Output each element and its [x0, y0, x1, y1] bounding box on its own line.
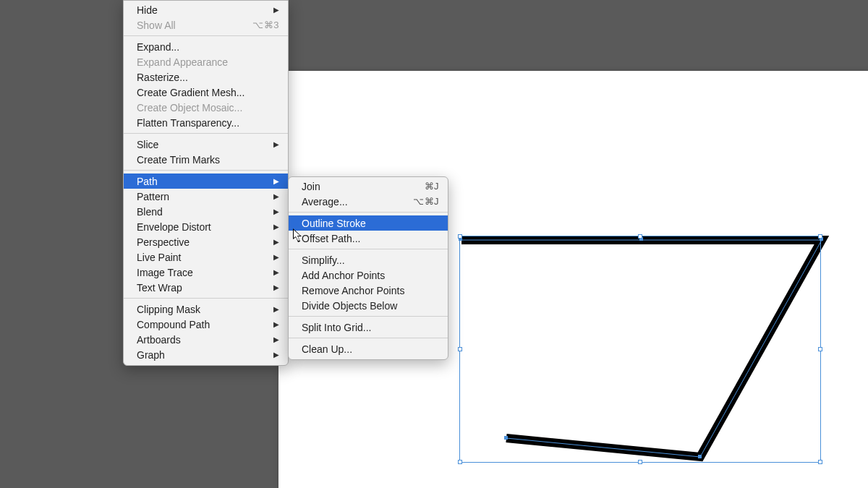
- resize-handle-tl[interactable]: [458, 234, 462, 239]
- object-menu-item-path[interactable]: Path▶: [124, 174, 288, 189]
- resize-handle-mr[interactable]: [818, 347, 822, 351]
- object-menu-item-live-paint[interactable]: Live Paint▶: [124, 249, 288, 265]
- menu-separator: [289, 249, 448, 249]
- resize-handle-bc[interactable]: [638, 460, 642, 464]
- path-submenu-item-divide-objects-below[interactable]: Divide Objects Below: [289, 298, 448, 313]
- resize-handle-tr[interactable]: [818, 234, 822, 239]
- menu-item-label: Expand...: [137, 41, 179, 53]
- menu-item-label: Perspective: [137, 236, 190, 248]
- object-menu-item-pattern[interactable]: Pattern▶: [124, 189, 288, 204]
- object-menu-item-show-all: Show All⌥⌘3: [124, 17, 288, 33]
- menu-item-label: Blend: [137, 206, 163, 218]
- menu-item-label: Join: [302, 181, 320, 192]
- menu-item-label: Live Paint: [137, 252, 181, 263]
- path-submenu-item-simplify[interactable]: Simplify...: [289, 252, 448, 267]
- menu-item-shortcut: ⌥⌘3: [252, 20, 279, 30]
- menu-item-shortcut: ⌥⌘J: [413, 196, 439, 207]
- submenu-arrow-icon: ▶: [273, 192, 279, 200]
- submenu-arrow-icon: ▶: [273, 253, 279, 261]
- menu-item-label: Compound Path: [137, 319, 210, 330]
- submenu-arrow-icon: ▶: [273, 283, 279, 291]
- path-submenu-item-join[interactable]: Join⌘J: [289, 179, 448, 194]
- menu-item-label: Remove Anchor Points: [302, 285, 404, 296]
- menu-item-label: Clipping Mask: [137, 304, 200, 315]
- object-menu-item-rasterize[interactable]: Rasterize...: [124, 69, 288, 85]
- object-menu[interactable]: Hide▶Show All⌥⌘3Expand...Expand Appearan…: [123, 0, 289, 366]
- submenu-arrow-icon: ▶: [273, 207, 279, 215]
- object-menu-item-graph[interactable]: Graph▶: [124, 347, 288, 362]
- menu-separator: [124, 133, 288, 134]
- menu-item-label: Offset Path...: [302, 233, 360, 244]
- menu-item-label: Create Gradient Mesh...: [137, 87, 244, 98]
- resize-handle-bl[interactable]: [458, 460, 462, 464]
- menu-separator: [124, 35, 288, 36]
- object-menu-item-envelope-distort[interactable]: Envelope Distort▶: [124, 219, 288, 234]
- path-submenu-item-add-anchor-points[interactable]: Add Anchor Points: [289, 267, 448, 283]
- menu-item-label: Outline Stroke: [302, 218, 366, 229]
- menu-item-label: Slice: [137, 139, 158, 150]
- path-submenu-item-clean-up[interactable]: Clean Up...: [289, 341, 448, 356]
- object-menu-item-slice[interactable]: Slice▶: [124, 137, 288, 152]
- path-submenu-item-split-into-grid[interactable]: Split Into Grid...: [289, 320, 448, 335]
- object-menu-item-clipping-mask[interactable]: Clipping Mask▶: [124, 301, 288, 317]
- menu-item-label: Divide Objects Below: [302, 300, 397, 312]
- menu-item-label: Path: [137, 176, 158, 187]
- menu-item-label: Simplify...: [302, 254, 345, 266]
- menu-item-label: Text Wrap: [137, 282, 182, 294]
- path-submenu-item-offset-path[interactable]: Offset Path...: [289, 231, 448, 246]
- submenu-arrow-icon: ▶: [273, 177, 279, 185]
- menu-item-label: Graph: [137, 349, 165, 361]
- menu-item-label: Add Anchor Points: [302, 270, 385, 281]
- submenu-arrow-icon: ▶: [273, 6, 279, 14]
- menu-separator: [289, 316, 448, 317]
- menu-item-label: Rasterize...: [137, 72, 188, 83]
- submenu-arrow-icon: ▶: [273, 140, 279, 148]
- menu-item-label: Create Object Mosaic...: [137, 102, 242, 114]
- submenu-arrow-icon: ▶: [273, 305, 279, 313]
- menu-separator: [289, 338, 448, 338]
- object-menu-item-create-trim-marks[interactable]: Create Trim Marks: [124, 152, 288, 167]
- object-menu-item-artboards[interactable]: Artboards▶: [124, 332, 288, 347]
- selection-bounding-box[interactable]: [459, 236, 821, 463]
- object-menu-item-compound-path[interactable]: Compound Path▶: [124, 317, 288, 332]
- submenu-arrow-icon: ▶: [273, 268, 279, 276]
- path-submenu[interactable]: Join⌘JAverage...⌥⌘JOutline StrokeOffset …: [288, 176, 448, 360]
- menu-item-label: Expand Appearance: [137, 56, 228, 68]
- menu-separator: [289, 212, 448, 213]
- resize-handle-ml[interactable]: [458, 347, 462, 351]
- menu-item-label: Hide: [137, 4, 158, 16]
- submenu-arrow-icon: ▶: [273, 320, 279, 328]
- object-menu-item-hide[interactable]: Hide▶: [124, 2, 288, 17]
- menu-item-label: Create Trim Marks: [137, 154, 220, 166]
- menu-item-label: Clean Up...: [302, 343, 352, 355]
- resize-handle-tc[interactable]: [638, 234, 642, 239]
- menu-item-label: Image Trace: [137, 267, 193, 278]
- object-menu-item-blend[interactable]: Blend▶: [124, 204, 288, 219]
- path-submenu-item-average[interactable]: Average...⌥⌘J: [289, 194, 448, 209]
- submenu-arrow-icon: ▶: [273, 223, 279, 231]
- menu-separator: [124, 298, 288, 299]
- object-menu-item-flatten-transparency[interactable]: Flatten Transparency...: [124, 115, 288, 130]
- resize-handle-br[interactable]: [818, 460, 822, 464]
- menu-item-label: Average...: [302, 196, 348, 207]
- object-menu-item-create-gradient-mesh[interactable]: Create Gradient Mesh...: [124, 85, 288, 100]
- menu-item-label: Split Into Grid...: [302, 322, 371, 333]
- object-menu-item-text-wrap[interactable]: Text Wrap▶: [124, 280, 288, 295]
- submenu-arrow-icon: ▶: [273, 335, 279, 343]
- menu-item-shortcut: ⌘J: [425, 181, 440, 192]
- menu-item-label: Envelope Distort: [137, 221, 211, 233]
- object-menu-item-image-trace[interactable]: Image Trace▶: [124, 265, 288, 280]
- object-menu-item-expand-appearance: Expand Appearance: [124, 54, 288, 69]
- menu-item-label: Flatten Transparency...: [137, 117, 239, 129]
- object-menu-item-create-object-mosaic: Create Object Mosaic...: [124, 100, 288, 115]
- object-menu-item-perspective[interactable]: Perspective▶: [124, 234, 288, 249]
- path-submenu-item-outline-stroke[interactable]: Outline Stroke: [289, 215, 448, 231]
- menu-item-label: Pattern: [137, 191, 169, 202]
- submenu-arrow-icon: ▶: [273, 351, 279, 359]
- submenu-arrow-icon: ▶: [273, 238, 279, 246]
- menu-separator: [124, 170, 288, 171]
- object-menu-item-expand[interactable]: Expand...: [124, 39, 288, 54]
- menu-item-label: Artboards: [137, 334, 181, 346]
- menu-item-label: Show All: [137, 20, 176, 31]
- path-submenu-item-remove-anchor-points[interactable]: Remove Anchor Points: [289, 283, 448, 298]
